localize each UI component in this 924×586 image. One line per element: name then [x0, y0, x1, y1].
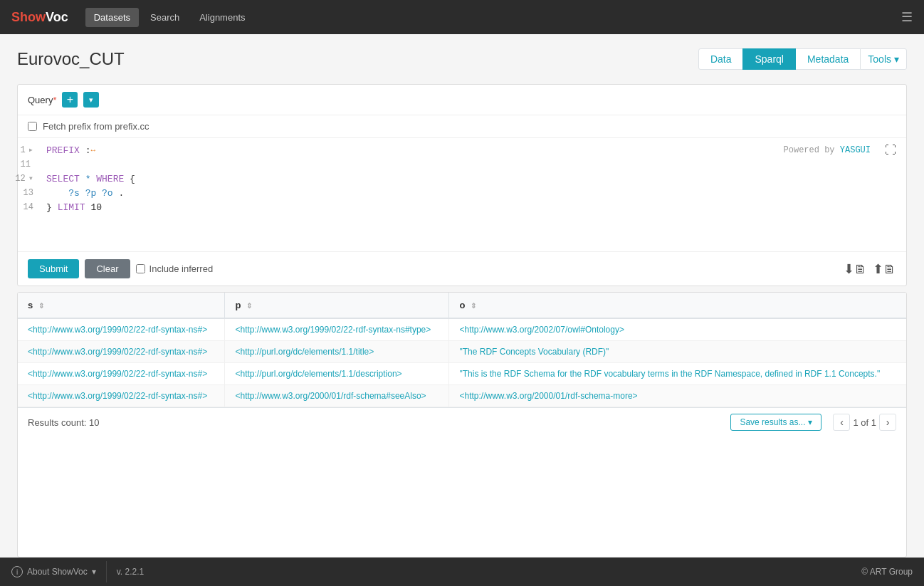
col-header-s[interactable]: s ⇕ [18, 293, 225, 318]
navbar-link-alignments[interactable]: Alignments [191, 8, 253, 27]
page-tabs: Data Sparql Metadata Tools ▾ [699, 48, 907, 70]
table-row: <http://www.w3.org/1999/02/22-rdf-syntax… [18, 363, 906, 385]
page-title: Eurovoc_CUT [17, 49, 125, 69]
results-footer: Results count: 10 Save results as... ▾ ‹… [18, 407, 906, 436]
table-row: <http://www.w3.org/1999/02/22-rdf-syntax… [18, 385, 906, 407]
cell-s[interactable]: <http://www.w3.org/1999/02/22-rdf-syntax… [18, 385, 225, 407]
sort-icon-s: ⇕ [38, 302, 44, 310]
divider [106, 561, 107, 582]
cell-p[interactable]: <http://www.w3.org/2000/01/rdf-schema#se… [225, 385, 449, 407]
clear-button[interactable]: Clear [85, 259, 130, 278]
main-content: Eurovoc_CUT Data Sparql Metadata Tools ▾… [0, 34, 924, 558]
bottom-bar: i About ShowVoc ▾ v. 2.2.1 © ART Group [0, 558, 924, 586]
about-info: i About ShowVoc ▾ v. 2.2.1 [11, 561, 144, 582]
cell-s[interactable]: <http://www.w3.org/1999/02/22-rdf-syntax… [18, 363, 225, 385]
code-editor[interactable]: 1▸ 11 12▾ 13 14 PREFIX :↔ SELECT * WHERE… [18, 138, 906, 252]
cell-o[interactable]: "This is the RDF Schema for the RDF voca… [449, 363, 906, 385]
chevron-down-icon: ▾ [894, 53, 899, 65]
about-label[interactable]: About ShowVoc [27, 567, 88, 577]
table-row: <http://www.w3.org/1999/02/22-rdf-syntax… [18, 318, 906, 341]
page-header: Eurovoc_CUT Data Sparql Metadata Tools ▾ [17, 48, 907, 70]
app-brand[interactable]: ShowVoc [11, 10, 68, 25]
include-inferred-checkbox[interactable] [136, 264, 145, 273]
results-table: s ⇕ p ⇕ o ⇕ <http://www.w3.org/1999/02/2… [18, 293, 906, 407]
top-navbar: ShowVoc Datasets Search Alignments ☰ [0, 0, 924, 34]
brand-show: Show [11, 10, 46, 24]
tab-sparql[interactable]: Sparql [742, 48, 795, 70]
pagination: ‹ 1 of 1 › [833, 414, 896, 431]
tab-tools[interactable]: Tools ▾ [860, 48, 907, 70]
cell-o[interactable]: "The RDF Concepts Vocabulary (RDF)" [449, 341, 906, 363]
cell-o[interactable]: <http://www.w3.org/2000/01/rdf-schema-mo… [449, 385, 906, 407]
cell-p[interactable]: <http://www.w3.org/1999/02/22-rdf-syntax… [225, 318, 449, 341]
page-info: 1 of 1 [853, 417, 876, 428]
cell-s[interactable]: <http://www.w3.org/1999/02/22-rdf-syntax… [18, 341, 225, 363]
query-dropdown-button[interactable]: ▾ [83, 92, 99, 108]
tab-data[interactable]: Data [698, 48, 744, 70]
navbar-link-search[interactable]: Search [142, 8, 188, 27]
col-header-p[interactable]: p ⇕ [225, 293, 449, 318]
copyright: © ART Group [861, 567, 913, 577]
tab-metadata[interactable]: Metadata [795, 48, 861, 70]
powered-by: Powered by YASGUI [784, 145, 871, 155]
navbar-link-datasets[interactable]: Datasets [85, 8, 139, 27]
action-row: Submit Clear Include inferred ⬇🗎 ⬆🗎 [18, 252, 906, 286]
query-add-button[interactable]: + [62, 92, 78, 108]
submit-button[interactable]: Submit [28, 259, 79, 278]
query-panel: Query* + ▾ Fetch prefix from prefix.cc 1… [17, 84, 907, 286]
sort-icon-p: ⇕ [246, 302, 252, 310]
fetch-prefix-row: Fetch prefix from prefix.cc [18, 115, 906, 138]
cell-p[interactable]: <http://purl.org/dc/elements/1.1/descrip… [225, 363, 449, 385]
table-row: <http://www.w3.org/1999/02/22-rdf-syntax… [18, 341, 906, 363]
version-label: v. 2.2.1 [117, 567, 144, 577]
download-icon-1[interactable]: ⬇🗎 [844, 261, 867, 277]
col-header-o[interactable]: o ⇕ [449, 293, 906, 318]
download-icon-2[interactable]: ⬆🗎 [873, 261, 896, 277]
fetch-prefix-checkbox[interactable] [28, 122, 37, 131]
chevron-down-icon-bottom: ▾ [92, 567, 96, 577]
fetch-prefix-label: Fetch prefix from prefix.cc [43, 121, 149, 132]
download-icons: ⬇🗎 ⬆🗎 [844, 261, 896, 277]
prev-page-button[interactable]: ‹ [833, 414, 850, 431]
code-content[interactable]: PREFIX :↔ SELECT * WHERE { ?s ?p ?o . } … [46, 144, 906, 215]
query-panel-header: Query* + ▾ [18, 85, 906, 115]
results-count: Results count: 10 [28, 417, 99, 428]
table-header-row: s ⇕ p ⇕ o ⇕ [18, 293, 906, 318]
cell-o[interactable]: <http://www.w3.org/2002/07/owl#Ontology> [449, 318, 906, 341]
sort-icon-o: ⇕ [471, 302, 476, 310]
hamburger-icon[interactable]: ☰ [901, 9, 913, 25]
next-page-button[interactable]: › [879, 414, 896, 431]
info-icon[interactable]: i [11, 566, 23, 577]
results-container[interactable]: s ⇕ p ⇕ o ⇕ <http://www.w3.org/1999/02/2… [17, 292, 907, 558]
query-label: Query* [28, 95, 56, 105]
expand-icon[interactable]: ⛶ [885, 144, 896, 157]
line-numbers: 1▸ 11 12▾ 13 14 [18, 144, 46, 215]
navbar-links: Datasets Search Alignments [85, 8, 254, 27]
cell-p[interactable]: <http://purl.org/dc/elements/1.1/title> [225, 341, 449, 363]
chevron-down-icon: ▾ [808, 417, 812, 427]
include-inferred-label[interactable]: Include inferred [136, 263, 214, 274]
save-results-button[interactable]: Save results as... ▾ [730, 414, 821, 431]
yasgui-link[interactable]: YASGUI [840, 145, 871, 155]
brand-voc: Voc [46, 10, 68, 24]
cell-s[interactable]: <http://www.w3.org/1999/02/22-rdf-syntax… [18, 318, 225, 341]
